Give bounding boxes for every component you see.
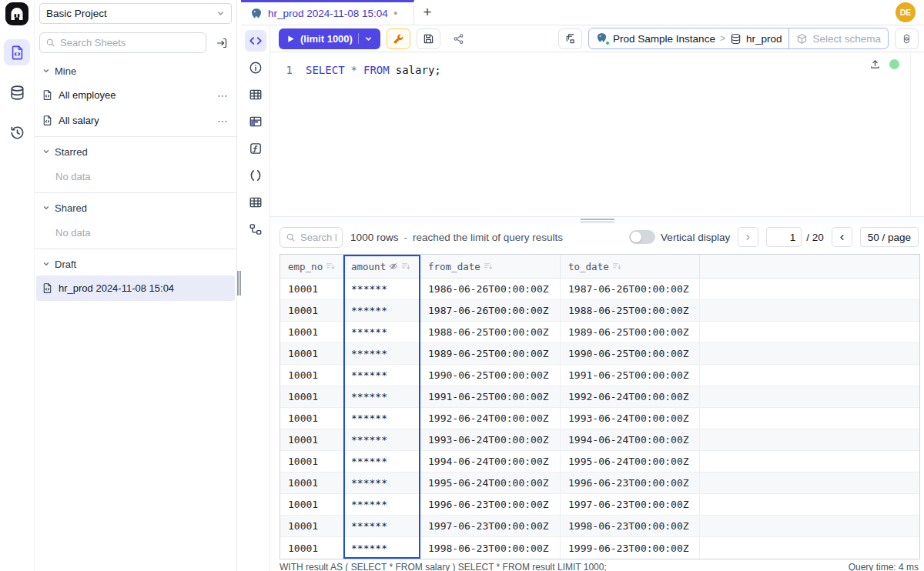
more-actions-icon[interactable]: ⋯ [217,115,229,127]
table-cell[interactable]: 10001 [280,451,343,472]
table-row[interactable]: 10001******1994-06-24T00:00:00Z1995-06-2… [280,451,919,472]
table-cell[interactable]: ****** [343,516,420,536]
results-search-input[interactable] [300,232,336,243]
table-cell[interactable]: ****** [343,386,420,407]
nav-worksheet-button[interactable] [4,39,30,65]
table-cell[interactable]: 10001 [280,365,343,386]
panel-info-button[interactable] [245,57,266,78]
ai-assistant-button[interactable] [895,28,919,49]
section-starred[interactable]: Starred [35,140,236,163]
section-draft[interactable]: Draft [35,252,236,275]
table-cell[interactable]: 10001 [280,516,343,536]
table-cell[interactable]: 1993-06-24T00:00:00Z [420,429,561,450]
table-row[interactable]: 10001******1997-06-23T00:00:00Z1998-06-2… [280,516,919,537]
section-mine[interactable]: Mine [35,59,236,82]
table-row[interactable]: 10001******1992-06-24T00:00:00Z1993-06-2… [280,408,919,429]
run-query-button[interactable]: (limit 1000) [279,28,380,49]
table-row[interactable]: 10001******1991-06-25T00:00:00Z1992-06-2… [280,386,919,408]
table-cell[interactable]: ****** [343,494,420,515]
table-cell[interactable]: 1998-06-23T00:00:00Z [561,516,700,536]
table-cell[interactable]: ****** [343,322,420,342]
nav-history-button[interactable] [4,119,30,145]
upload-icon[interactable] [869,58,881,70]
table-cell[interactable]: 1998-06-23T00:00:00Z [420,537,561,559]
table-cell[interactable]: 1992-06-24T00:00:00Z [420,408,561,429]
project-selector[interactable]: Basic Project [39,3,232,24]
table-cell[interactable]: 10001 [280,300,343,321]
table-cell[interactable]: ****** [343,537,420,559]
splitter-grip[interactable] [237,271,241,296]
sort-icon[interactable] [612,262,621,271]
table-cell[interactable]: ****** [343,365,420,386]
tab-hr-prod[interactable]: hr_prod 2024-11-08 15:04 ● [241,0,414,25]
results-resize-splitter[interactable] [270,216,924,224]
panel-functions-button[interactable] [245,138,266,159]
user-avatar[interactable]: DE [896,2,916,22]
table-row[interactable]: 10001******1986-06-26T00:00:00Z1987-06-2… [280,279,919,300]
table-cell[interactable]: 1990-06-25T00:00:00Z [561,343,700,364]
table-cell[interactable]: 1996-06-23T00:00:00Z [420,494,561,515]
import-sheet-button[interactable] [212,33,232,53]
panel-tables-button[interactable] [245,84,266,105]
table-cell[interactable]: 10001 [280,472,343,493]
table-cell[interactable]: 1988-06-25T00:00:00Z [561,300,700,321]
table-cell[interactable]: 1988-06-25T00:00:00Z [420,322,561,342]
table-cell[interactable]: 1989-06-25T00:00:00Z [561,322,700,342]
table-cell[interactable]: ****** [343,408,420,429]
table-cell[interactable]: 1989-06-25T00:00:00Z [420,343,561,364]
page-size-selector[interactable]: 50 / page [860,227,919,247]
sort-icon[interactable] [484,262,493,271]
panel-views-button[interactable] [245,192,266,213]
table-row[interactable]: 10001******1993-06-24T00:00:00Z1994-06-2… [280,429,919,451]
table-cell[interactable]: ****** [343,343,420,364]
sheet-item-all-salary[interactable]: All salary ⋯ [35,108,236,133]
instance-database-selector[interactable]: Prod Sample Instance > hr_prod [589,28,788,48]
table-cell[interactable]: 1990-06-25T00:00:00Z [420,365,561,386]
table-row[interactable]: 10001******1987-06-26T00:00:00Z1988-06-2… [280,300,919,322]
panel-masked-table-button[interactable] [245,111,266,132]
batch-query-button[interactable] [558,28,582,49]
table-cell[interactable]: 1987-06-26T00:00:00Z [561,279,700,299]
table-cell[interactable]: 1991-06-25T00:00:00Z [420,386,561,407]
section-shared[interactable]: Shared [35,196,236,219]
table-cell[interactable]: 1995-06-24T00:00:00Z [561,451,700,472]
new-tab-button[interactable]: + [414,0,440,25]
table-cell[interactable]: 10001 [280,408,343,429]
table-cell[interactable]: ****** [343,279,420,299]
table-row[interactable]: 10001******1990-06-25T00:00:00Z1991-06-2… [280,365,919,386]
schema-selector[interactable]: Select schema [788,28,888,48]
table-cell[interactable]: 1999-06-23T00:00:00Z [561,537,700,559]
table-cell[interactable]: 1987-06-26T00:00:00Z [420,300,561,321]
table-cell[interactable]: 1986-06-26T00:00:00Z [420,279,561,299]
table-cell[interactable]: 1994-06-24T00:00:00Z [420,451,561,472]
table-row[interactable]: 10001******1989-06-25T00:00:00Z1990-06-2… [280,343,919,365]
table-cell[interactable]: ****** [343,429,420,450]
sheet-item-draft-hr-prod[interactable]: hr_prod 2024-11-08 15:04 [36,275,235,301]
more-actions-icon[interactable]: ⋯ [217,89,229,102]
sql-code-editor[interactable]: 1 SELECT * FROM salary; [270,52,924,216]
table-row[interactable]: 10001******1998-06-23T00:00:00Z1999-06-2… [280,537,919,559]
table-cell[interactable]: 10001 [280,537,343,559]
sheet-search-input[interactable] [60,37,200,48]
column-header-emp-no[interactable]: emp_no [280,255,343,278]
table-cell[interactable]: ****** [343,472,420,493]
table-row[interactable]: 10001******1996-06-23T00:00:00Z1997-06-2… [280,494,919,516]
table-cell[interactable]: 10001 [280,386,343,407]
table-cell[interactable]: 1997-06-23T00:00:00Z [561,494,700,515]
format-sql-button[interactable] [387,28,410,49]
table-cell[interactable]: 10001 [280,343,343,364]
column-header-from-date[interactable]: from_date [420,255,561,278]
table-cell[interactable]: ****** [343,451,420,472]
table-row[interactable]: 10001******1995-06-24T00:00:00Z1996-06-2… [280,472,919,494]
prev-page-button[interactable] [738,227,758,247]
panel-procedures-button[interactable] [245,165,266,186]
save-sheet-button[interactable] [417,28,440,49]
sort-icon[interactable] [401,262,410,271]
table-cell[interactable]: 10001 [280,322,343,342]
table-cell[interactable]: 1997-06-23T00:00:00Z [420,516,561,536]
bytebase-logo[interactable] [3,2,31,25]
table-cell[interactable]: 1991-06-25T00:00:00Z [561,365,700,386]
next-page-button[interactable] [832,227,852,247]
nav-databases-button[interactable] [4,79,30,105]
sidebar-resize-splitter[interactable] [237,0,241,571]
